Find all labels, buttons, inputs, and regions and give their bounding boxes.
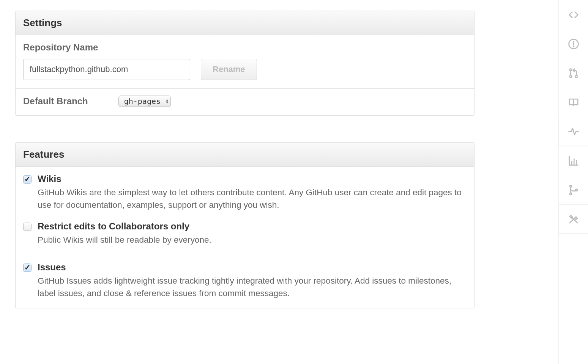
issues-title: Issues	[38, 262, 467, 273]
restrict-checkbox[interactable]	[23, 223, 32, 231]
nav-settings-icon[interactable]	[559, 204, 588, 234]
right-nav	[558, 0, 588, 364]
wikis-checkbox[interactable]	[23, 175, 32, 184]
default-branch-label: Default Branch	[23, 96, 88, 107]
issues-desc: GitHub Issues adds lightweight issue tra…	[38, 275, 467, 300]
rename-button[interactable]: Rename	[201, 59, 257, 80]
features-section-issues: Issues GitHub Issues adds lightweight is…	[16, 255, 474, 308]
wikis-desc: GitHub Wikis are the simplest way to let…	[38, 187, 467, 211]
nav-network-icon[interactable]	[559, 175, 588, 204]
feature-wikis: Wikis GitHub Wikis are the simplest way …	[23, 174, 467, 211]
repo-name-input[interactable]	[23, 59, 190, 80]
repo-name-section: Repository Name Rename	[16, 35, 474, 89]
nav-wiki-icon[interactable]	[559, 88, 588, 117]
settings-panel: Settings Repository Name Rename Default …	[15, 11, 474, 116]
default-branch-value: gh-pages	[124, 97, 161, 106]
default-branch-section: Default Branch gh-pages ▲▼	[16, 89, 474, 115]
restrict-desc: Public Wikis will still be readable by e…	[38, 234, 467, 246]
svg-point-2	[573, 46, 574, 47]
nav-issues-icon[interactable]	[559, 29, 588, 58]
features-panel-title: Features	[16, 143, 474, 167]
select-arrows-icon: ▲▼	[166, 99, 168, 104]
features-panel: Features Wikis GitHub Wikis are the simp…	[15, 142, 474, 308]
wikis-title: Wikis	[38, 174, 467, 184]
nav-code-icon[interactable]	[559, 0, 588, 29]
feature-restrict: Restrict edits to Collaborators only Pub…	[23, 221, 467, 246]
settings-panel-title: Settings	[16, 11, 474, 35]
nav-pull-requests-icon[interactable]	[559, 58, 588, 88]
issues-checkbox[interactable]	[23, 264, 32, 272]
default-branch-select[interactable]: gh-pages ▲▼	[118, 96, 171, 107]
restrict-title: Restrict edits to Collaborators only	[38, 221, 467, 232]
features-section-top: Wikis GitHub Wikis are the simplest way …	[16, 167, 474, 255]
repo-name-label: Repository Name	[23, 42, 467, 53]
feature-issues: Issues GitHub Issues adds lightweight is…	[23, 262, 467, 300]
nav-graphs-icon[interactable]	[559, 146, 588, 175]
nav-pulse-icon[interactable]	[559, 117, 588, 146]
